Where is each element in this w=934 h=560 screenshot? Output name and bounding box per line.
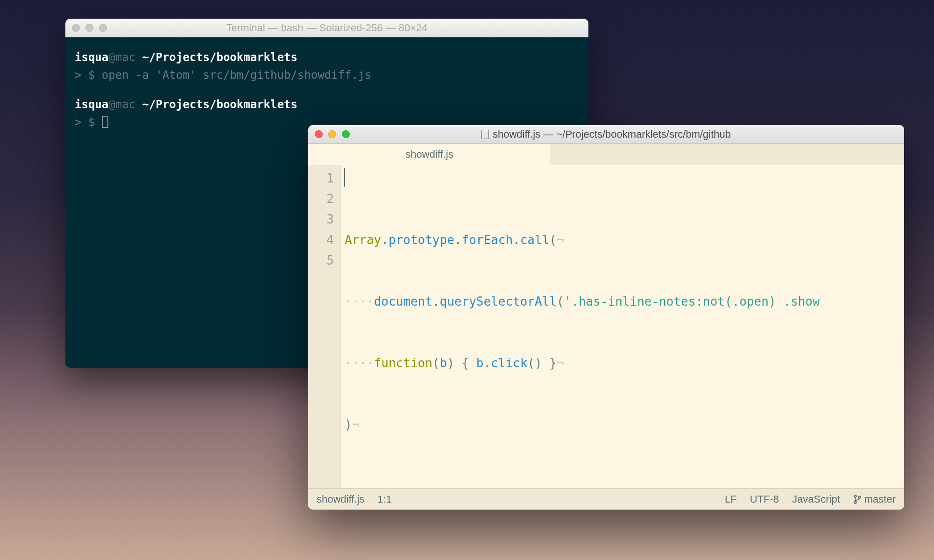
line-number: 2 [308, 189, 334, 209]
code-line: Array.prototype.forEach.call(¬ [341, 230, 820, 250]
git-branch-icon [853, 494, 862, 504]
window-traffic-lights [72, 24, 107, 32]
line-number: 4 [308, 230, 334, 250]
line-number-gutter: 1 2 3 4 5 [308, 165, 341, 488]
status-cursor-position[interactable]: 1:1 [377, 493, 392, 505]
file-icon [481, 130, 489, 139]
window-traffic-lights [315, 130, 350, 138]
terminal-line: isqua@mac ~/Projects/bookmarklets [75, 49, 579, 66]
prompt-host: @mac [108, 51, 142, 64]
line-number: 5 [308, 250, 334, 271]
terminal-line: isqua@mac ~/Projects/bookmarklets [75, 96, 579, 113]
editor-titlebar[interactable]: showdiff.js — ~/Projects/bookmarklets/sr… [308, 125, 904, 144]
line-number: 1 [308, 168, 334, 189]
status-git-branch[interactable]: master [853, 493, 896, 505]
status-filename[interactable]: showdiff.js [317, 493, 364, 505]
terminal-titlebar[interactable]: Terminal — bash — Solarized-256 — 80×24 [65, 19, 588, 37]
code-line [341, 476, 820, 488]
terminal-line: > $ open -a 'Atom' src/bm/github/showdif… [75, 66, 579, 84]
tab-showdiff[interactable]: showdiff.js [308, 144, 551, 165]
prompt-host: @mac [108, 98, 142, 111]
close-icon[interactable] [72, 24, 80, 32]
text-cursor [344, 168, 345, 187]
editor-body[interactable]: 1 2 3 4 5 Array.prototype.forEach.call(¬… [308, 165, 904, 488]
prompt-user: isqua [75, 51, 108, 64]
blank-line [75, 84, 579, 96]
tab-label: showdiff.js [405, 148, 453, 161]
command-text: open -a 'Atom' src/bm/github/showdiff.js [102, 69, 372, 82]
prompt-user: isqua [75, 98, 108, 111]
status-bar: showdiff.js 1:1 LF UTF-8 JavaScript mast… [308, 488, 904, 510]
prompt-path: ~/Projects/bookmarklets [142, 51, 297, 64]
minimize-icon[interactable] [85, 24, 93, 32]
prompt-sign: > $ [75, 69, 102, 82]
status-language[interactable]: JavaScript [792, 493, 840, 505]
prompt-sign: > $ [75, 116, 102, 129]
editor-window: showdiff.js — ~/Projects/bookmarklets/sr… [308, 125, 904, 510]
status-encoding[interactable]: UTF-8 [750, 493, 779, 505]
code-line: ····document.querySelectorAll('.has-inli… [341, 291, 820, 312]
line-number: 3 [308, 209, 334, 230]
zoom-icon[interactable] [342, 130, 350, 138]
status-line-ending[interactable]: LF [725, 493, 737, 505]
code-area[interactable]: Array.prototype.forEach.call(¬ ····docum… [341, 165, 820, 488]
code-line: )¬ [341, 414, 820, 435]
terminal-title: Terminal — bash — Solarized-256 — 80×24 [65, 22, 588, 34]
editor-title: showdiff.js — ~/Projects/bookmarklets/sr… [308, 128, 904, 140]
tab-bar: showdiff.js [308, 144, 904, 165]
minimize-icon[interactable] [328, 130, 336, 138]
zoom-icon[interactable] [99, 24, 107, 32]
code-line: ····function(b) { b.click() }¬ [341, 353, 820, 373]
terminal-cursor [102, 116, 108, 128]
close-icon[interactable] [315, 130, 323, 138]
prompt-path: ~/Projects/bookmarklets [142, 98, 297, 111]
